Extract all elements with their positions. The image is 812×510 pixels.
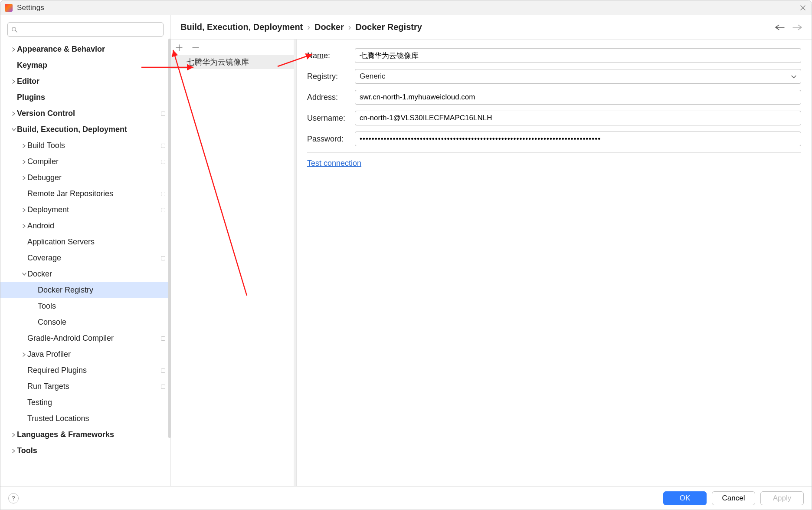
test-connection-link[interactable]: Test connection bbox=[307, 159, 361, 168]
sidebar-item[interactable]: Docker Registry bbox=[0, 282, 170, 298]
sidebar-item[interactable]: Tools bbox=[0, 443, 170, 459]
chevron-right-icon[interactable] bbox=[11, 433, 17, 437]
chevron-right-icon[interactable] bbox=[21, 224, 27, 228]
sidebar-item[interactable]: Appearance & Behavior bbox=[0, 41, 170, 57]
registries-scrollbar[interactable] bbox=[294, 39, 296, 486]
help-button[interactable]: ? bbox=[8, 493, 19, 503]
forward-button bbox=[792, 23, 802, 32]
plus-icon bbox=[176, 44, 183, 51]
chevron-right-icon[interactable] bbox=[21, 176, 27, 180]
svg-line-1 bbox=[16, 31, 17, 33]
module-settings-icon bbox=[161, 144, 165, 148]
sidebar-item-label: Application Servers bbox=[27, 237, 165, 247]
module-settings-icon bbox=[161, 160, 165, 164]
module-settings-icon bbox=[161, 208, 165, 212]
registries-list: 七腾华为云镜像库 bbox=[171, 39, 297, 486]
sidebar-item[interactable]: Android bbox=[0, 218, 170, 234]
sidebar-item[interactable]: Trusted Locations bbox=[0, 411, 170, 427]
ok-button[interactable]: OK bbox=[663, 491, 707, 505]
chevron-right-icon[interactable] bbox=[11, 112, 17, 116]
sidebar-item[interactable]: Application Servers bbox=[0, 234, 170, 250]
chevron-down-icon[interactable] bbox=[11, 128, 17, 132]
sidebar-item-label: Coverage bbox=[27, 253, 157, 263]
sidebar-item[interactable]: Console bbox=[0, 314, 170, 330]
divider bbox=[307, 152, 801, 153]
back-button[interactable] bbox=[775, 23, 785, 32]
sidebar-item[interactable]: Coverage bbox=[0, 250, 170, 266]
settings-tree[interactable]: Appearance & BehaviorKeymapEditorPlugins… bbox=[0, 41, 170, 486]
sidebar-item-label: Docker Registry bbox=[38, 286, 165, 295]
sidebar-item[interactable]: Gradle-Android Compiler bbox=[0, 330, 170, 346]
sidebar-item-label: Deployment bbox=[27, 205, 157, 214]
sidebar-item[interactable]: Plugins bbox=[0, 89, 170, 105]
chevron-right-icon: › bbox=[348, 22, 351, 32]
minus-icon bbox=[192, 44, 199, 51]
search-input[interactable] bbox=[20, 26, 160, 33]
chevron-right-icon[interactable] bbox=[11, 79, 17, 84]
username-field[interactable] bbox=[355, 111, 801, 125]
registry-form: Name: Registry: Generic bbox=[297, 39, 812, 486]
chevron-right-icon[interactable] bbox=[11, 449, 17, 453]
sidebar-item[interactable]: Compiler bbox=[0, 154, 170, 170]
username-label: Username: bbox=[307, 114, 355, 123]
sidebar-item-label: Android bbox=[27, 221, 165, 230]
bottom-bar: ? OK Cancel Apply bbox=[0, 486, 812, 510]
sidebar-item[interactable]: Editor bbox=[0, 73, 170, 89]
module-settings-icon bbox=[161, 112, 165, 116]
sidebar-item-label: Remote Jar Repositories bbox=[27, 189, 157, 198]
chevron-right-icon[interactable] bbox=[21, 144, 27, 148]
list-item[interactable]: 七腾华为云镜像库 bbox=[171, 55, 296, 69]
chevron-right-icon[interactable] bbox=[21, 208, 27, 212]
chevron-down-icon[interactable] bbox=[21, 273, 27, 276]
name-label: Name: bbox=[307, 51, 355, 60]
name-field[interactable] bbox=[355, 48, 801, 63]
sidebar-item-label: Debugger bbox=[27, 173, 165, 182]
sidebar-item[interactable]: Deployment bbox=[0, 202, 170, 218]
chevron-right-icon[interactable] bbox=[11, 47, 17, 52]
module-settings-icon bbox=[161, 336, 165, 341]
sidebar-item-label: Appearance & Behavior bbox=[17, 45, 165, 54]
add-button[interactable] bbox=[174, 43, 184, 53]
chevron-right-icon: › bbox=[307, 22, 310, 32]
sidebar-item[interactable]: Build, Execution, Deployment bbox=[0, 122, 170, 138]
sidebar-item-label: Build Tools bbox=[27, 141, 157, 150]
module-settings-icon bbox=[161, 192, 165, 196]
address-field[interactable] bbox=[355, 90, 801, 105]
sidebar-item-label: Tools bbox=[38, 302, 165, 311]
breadcrumb-part[interactable]: Docker bbox=[314, 22, 344, 32]
sidebar-item-label: Trusted Locations bbox=[27, 414, 165, 423]
chevron-right-icon[interactable] bbox=[21, 352, 27, 357]
search-box bbox=[7, 22, 164, 37]
main-area: Appearance & BehaviorKeymapEditorPlugins… bbox=[0, 15, 812, 486]
password-label: Password: bbox=[307, 135, 355, 144]
sidebar-item[interactable]: Tools bbox=[0, 298, 170, 314]
registry-select[interactable]: Generic bbox=[355, 69, 801, 84]
breadcrumb-part[interactable]: Build, Execution, Deployment bbox=[180, 22, 303, 32]
sidebar-item[interactable]: Run Targets bbox=[0, 378, 170, 395]
sidebar-item[interactable]: Required Plugins bbox=[0, 362, 170, 378]
module-settings-icon bbox=[161, 369, 165, 373]
content-area: 七腾华为云镜像库 Name: Registry: Gen bbox=[171, 39, 812, 486]
cancel-button[interactable]: Cancel bbox=[712, 491, 755, 505]
remove-button[interactable] bbox=[191, 43, 200, 53]
sidebar-item[interactable]: Remote Jar Repositories bbox=[0, 186, 170, 202]
settings-window: Settings Appearance & BehaviorKeymapEdit… bbox=[0, 0, 812, 510]
sidebar-item[interactable]: Docker bbox=[0, 266, 170, 282]
sidebar-item-label: Console bbox=[38, 318, 165, 327]
chevron-right-icon[interactable] bbox=[21, 160, 27, 164]
password-field[interactable] bbox=[355, 132, 801, 146]
sidebar-item-label: Testing bbox=[27, 398, 165, 407]
sidebar-item[interactable]: Debugger bbox=[0, 170, 170, 186]
title-bar: Settings bbox=[0, 0, 812, 15]
sidebar-item[interactable]: Languages & Frameworks bbox=[0, 427, 170, 443]
sidebar-item-label: Version Control bbox=[17, 109, 157, 118]
sidebar-item-label: Gradle-Android Compiler bbox=[27, 334, 157, 343]
sidebar-item[interactable]: Java Profiler bbox=[0, 346, 170, 362]
sidebar-item[interactable]: Keymap bbox=[0, 57, 170, 73]
sidebar-item[interactable]: Testing bbox=[0, 395, 170, 411]
app-icon bbox=[5, 4, 13, 12]
sidebar-item[interactable]: Version Control bbox=[0, 105, 170, 122]
sidebar-item-label: Keymap bbox=[17, 61, 165, 70]
sidebar-item[interactable]: Build Tools bbox=[0, 138, 170, 154]
close-icon[interactable] bbox=[799, 4, 806, 11]
